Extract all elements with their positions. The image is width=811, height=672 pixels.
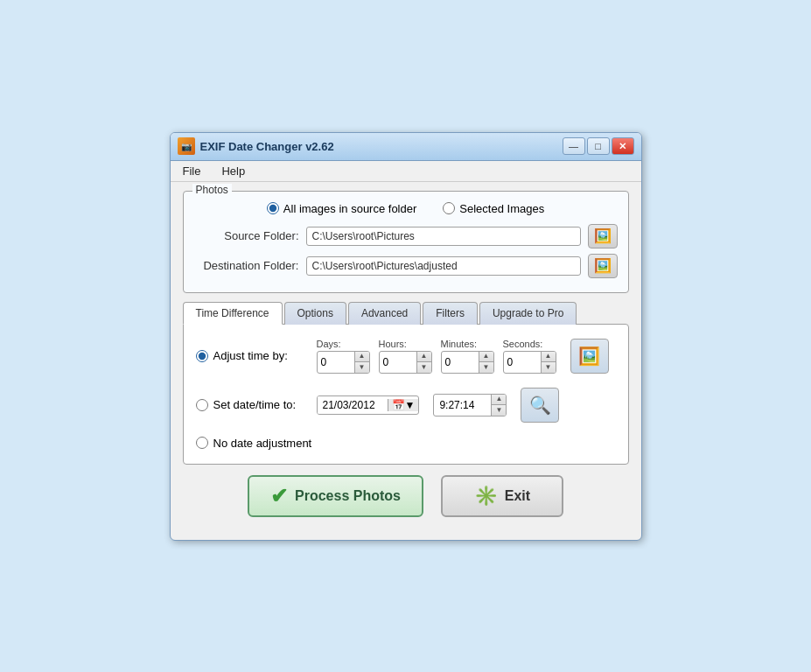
all-images-label: All images in source folder — [283, 202, 416, 215]
destination-folder-browse-button[interactable]: 🖼️ — [588, 254, 618, 278]
minutes-spinner[interactable]: ▲ ▼ — [441, 351, 494, 374]
seconds-unit: Seconds: ▲ ▼ — [503, 339, 556, 374]
selected-images-option[interactable]: Selected Images — [443, 202, 544, 215]
time-input[interactable] — [434, 396, 491, 414]
time-up-button[interactable]: ▲ — [492, 395, 506, 405]
adjust-time-label: Adjust time by: — [213, 349, 288, 362]
tab-content-time-difference: Adjust time by: Days: ▲ ▼ — [183, 324, 629, 465]
source-folder-row: Source Folder: 🖼️ — [194, 224, 618, 248]
days-down-button[interactable]: ▼ — [355, 362, 369, 373]
adjust-time-option[interactable]: Adjust time by: — [196, 349, 310, 362]
help-menu[interactable]: Help — [216, 163, 250, 179]
source-folder-input[interactable] — [306, 227, 581, 246]
minutes-label: Minutes: — [441, 339, 478, 349]
set-datetime-option[interactable]: Set date/time to: — [196, 398, 310, 411]
tab-time-difference[interactable]: Time Difference — [183, 302, 283, 325]
exit-button-label: Exit — [505, 488, 530, 504]
app-icon: 📷 — [178, 137, 195, 155]
source-folder-label: Source Folder: — [194, 229, 299, 242]
days-input[interactable] — [318, 354, 354, 371]
bottom-bar: ✔ Process Photos ✳️ Exit — [183, 465, 629, 529]
hours-down-button[interactable]: ▼ — [417, 362, 431, 373]
window-title: EXIF Date Changer v2.62 — [200, 140, 563, 153]
browse-dest-icon: 🖼️ — [594, 257, 612, 274]
all-images-radio[interactable] — [267, 202, 279, 214]
minutes-up-button[interactable]: ▲ — [479, 352, 493, 362]
spinner-icon: ✳️ — [474, 485, 498, 508]
tab-upgrade-to-pro[interactable]: Upgrade to Pro — [479, 302, 577, 325]
days-spinner[interactable]: ▲ ▼ — [317, 351, 370, 374]
calendar-button[interactable]: 📅▼ — [388, 399, 419, 411]
file-menu[interactable]: File — [178, 163, 206, 179]
photos-group: Photos All images in source folder Selec… — [183, 191, 629, 293]
main-content: Photos All images in source folder Selec… — [171, 182, 641, 540]
days-label: Days: — [317, 339, 341, 349]
date-input-wrap[interactable]: 📅▼ — [317, 396, 420, 415]
time-spinner-wrap[interactable]: ▲ ▼ — [433, 394, 507, 416]
time-spinner-buttons: ▲ ▼ — [491, 395, 506, 416]
image-selection-row: All images in source folder Selected Ima… — [194, 202, 618, 215]
tab-options[interactable]: Options — [284, 302, 346, 325]
set-datetime-radio[interactable] — [196, 399, 208, 411]
minimize-button[interactable]: — — [563, 137, 585, 155]
hours-input[interactable] — [380, 354, 416, 371]
tab-bar: Time Difference Options Advanced Filters… — [183, 302, 629, 325]
seconds-spinner-buttons: ▲ ▼ — [541, 352, 556, 373]
time-units: Days: ▲ ▼ Hours: — [317, 339, 556, 374]
hours-label: Hours: — [379, 339, 407, 349]
datetime-action-button[interactable]: 🔍 — [521, 388, 559, 423]
window-controls: — □ ✕ — [563, 137, 634, 155]
adjust-time-radio[interactable] — [196, 350, 208, 362]
days-unit: Days: ▲ ▼ — [317, 339, 370, 374]
selected-images-label: Selected Images — [459, 202, 544, 215]
tab-filters[interactable]: Filters — [423, 302, 478, 325]
selected-images-radio[interactable] — [443, 202, 455, 214]
no-adjustment-row: No date adjustment — [196, 437, 616, 450]
hours-spinner-buttons: ▲ ▼ — [416, 352, 431, 373]
set-datetime-label: Set date/time to: — [213, 398, 297, 411]
hours-unit: Hours: ▲ ▼ — [379, 339, 432, 374]
minutes-spinner-buttons: ▲ ▼ — [479, 352, 493, 373]
destination-folder-row: Destination Folder: 🖼️ — [194, 254, 618, 278]
browse-source-icon: 🖼️ — [594, 228, 612, 244]
seconds-input[interactable] — [504, 354, 541, 371]
days-spinner-buttons: ▲ ▼ — [354, 352, 369, 373]
seconds-down-button[interactable]: ▼ — [542, 362, 556, 373]
seconds-up-button[interactable]: ▲ — [542, 352, 556, 362]
seconds-label: Seconds: — [503, 339, 543, 349]
destination-folder-input[interactable] — [306, 256, 581, 276]
process-photos-button[interactable]: ✔ Process Photos — [248, 475, 423, 517]
hours-up-button[interactable]: ▲ — [417, 352, 431, 362]
set-datetime-row: Set date/time to: 📅▼ ▲ ▼ 🔍 — [196, 388, 616, 423]
minutes-input[interactable] — [442, 354, 479, 371]
time-down-button[interactable]: ▼ — [492, 405, 506, 416]
destination-folder-label: Destination Folder: — [194, 259, 299, 272]
exit-button[interactable]: ✳️ Exit — [441, 475, 563, 517]
main-window: 📷 EXIF Date Changer v2.62 — □ ✕ File Hel… — [170, 132, 642, 541]
minutes-unit: Minutes: ▲ ▼ — [441, 339, 494, 374]
photos-group-label: Photos — [192, 184, 232, 196]
process-button-label: Process Photos — [295, 488, 401, 504]
adjust-photo-icon: 🖼️ — [578, 346, 600, 367]
close-button[interactable]: ✕ — [612, 137, 634, 155]
titlebar: 📷 EXIF Date Changer v2.62 — □ ✕ — [171, 133, 641, 161]
source-folder-browse-button[interactable]: 🖼️ — [588, 224, 618, 248]
menubar: File Help — [171, 161, 641, 182]
hours-spinner[interactable]: ▲ ▼ — [379, 351, 432, 374]
days-up-button[interactable]: ▲ — [355, 352, 369, 362]
all-images-option[interactable]: All images in source folder — [267, 202, 416, 215]
search-photo-icon: 🔍 — [529, 395, 551, 416]
checkmark-icon: ✔ — [270, 484, 288, 508]
maximize-button[interactable]: □ — [587, 137, 610, 155]
adjust-time-row: Adjust time by: Days: ▲ ▼ — [196, 339, 616, 374]
date-input[interactable] — [318, 396, 388, 414]
seconds-spinner[interactable]: ▲ ▼ — [503, 351, 556, 374]
no-adjustment-option[interactable]: No date adjustment — [196, 437, 312, 450]
adjust-action-button[interactable]: 🖼️ — [570, 339, 609, 374]
no-adjustment-label: No date adjustment — [213, 437, 312, 450]
minutes-down-button[interactable]: ▼ — [479, 362, 493, 373]
no-adjustment-radio[interactable] — [196, 437, 208, 449]
tab-advanced[interactable]: Advanced — [348, 302, 421, 325]
